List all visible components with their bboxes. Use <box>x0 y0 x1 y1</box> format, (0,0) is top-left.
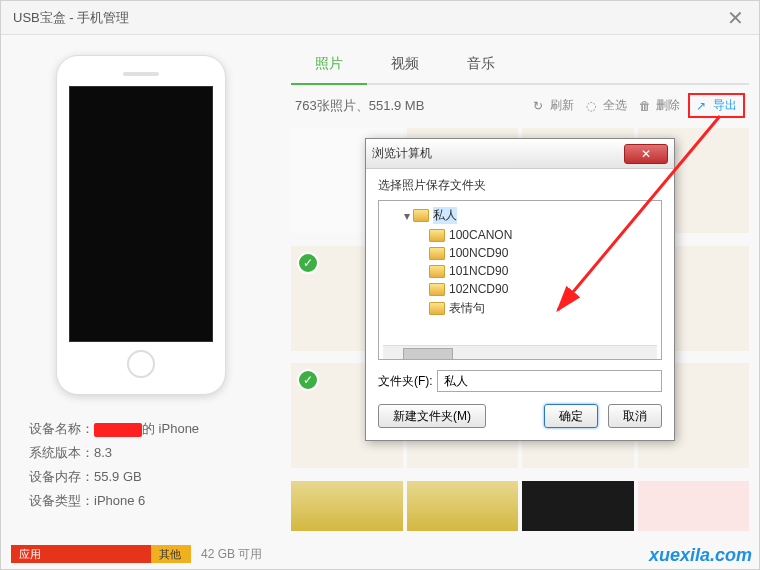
folder-tree: ▾私人 100CANON 100NCD90 101NCD90 102NCD90 … <box>378 200 662 360</box>
ok-button[interactable]: 确定 <box>544 404 598 428</box>
tree-item[interactable]: 102NCD90 <box>383 280 657 298</box>
photo-summary: 763张照片、551.9 MB <box>295 97 525 115</box>
check-icon: ✓ <box>297 252 319 274</box>
folder-icon <box>429 283 445 296</box>
trash-icon: 🗑 <box>639 99 653 113</box>
photo-thumb[interactable] <box>407 481 519 531</box>
browse-dialog: 浏览计算机 ✕ 选择照片保存文件夹 ▾私人 100CANON 100NCD90 … <box>365 138 675 441</box>
select-all-icon: ◌ <box>586 99 600 113</box>
select-all-button[interactable]: ◌全选 <box>582 95 631 116</box>
tab-music[interactable]: 音乐 <box>443 45 519 83</box>
export-icon: ↗ <box>696 99 710 113</box>
storage-app: 应用 <box>11 545 151 563</box>
tree-hscroll[interactable] <box>383 345 657 360</box>
device-name-row: 设备名称：的 iPhone <box>29 417 253 441</box>
tab-photos[interactable]: 照片 <box>291 45 367 83</box>
device-os-row: 系统版本：8.3 <box>29 441 253 465</box>
storage-free: 42 GB 可用 <box>191 546 262 563</box>
refresh-icon: ↻ <box>533 99 547 113</box>
dialog-title: 浏览计算机 <box>372 145 624 162</box>
photo-thumb[interactable] <box>638 481 750 531</box>
device-storage-row: 设备内存：55.9 GB <box>29 465 253 489</box>
watermark: xuexila.com <box>649 545 752 566</box>
photo-thumb[interactable] <box>291 481 403 531</box>
titlebar: USB宝盒 - 手机管理 ✕ <box>1 1 759 35</box>
cancel-button[interactable]: 取消 <box>608 404 662 428</box>
tree-item[interactable]: 表情句 <box>383 298 657 319</box>
tree-item[interactable]: 100CANON <box>383 226 657 244</box>
close-icon[interactable]: ✕ <box>723 6 747 30</box>
phone-image <box>56 55 226 395</box>
storage-bar: 应用 其他 42 GB 可用 <box>11 543 749 565</box>
folder-icon <box>429 302 445 315</box>
export-button[interactable]: ↗导出 <box>688 93 745 118</box>
delete-button[interactable]: 🗑删除 <box>635 95 684 116</box>
folder-icon <box>429 265 445 278</box>
redacted-name <box>94 423 142 437</box>
dialog-subtitle: 选择照片保存文件夹 <box>378 177 662 194</box>
refresh-button[interactable]: ↻刷新 <box>529 95 578 116</box>
folder-icon <box>413 209 429 222</box>
folder-icon <box>429 247 445 260</box>
window-title: USB宝盒 - 手机管理 <box>13 9 723 27</box>
device-panel: 设备名称：的 iPhone 系统版本：8.3 设备内存：55.9 GB 设备类型… <box>1 35 281 539</box>
tab-videos[interactable]: 视频 <box>367 45 443 83</box>
dialog-titlebar[interactable]: 浏览计算机 ✕ <box>366 139 674 169</box>
tree-item-root[interactable]: ▾私人 <box>383 205 657 226</box>
toolbar: 763张照片、551.9 MB ↻刷新 ◌全选 🗑删除 ↗导出 <box>291 85 749 126</box>
storage-other: 其他 <box>151 545 191 563</box>
dialog-close-button[interactable]: ✕ <box>624 144 668 164</box>
folder-input[interactable] <box>437 370 662 392</box>
folder-label: 文件夹(F): <box>378 373 433 390</box>
tree-item[interactable]: 101NCD90 <box>383 262 657 280</box>
check-icon: ✓ <box>297 369 319 391</box>
device-type-row: 设备类型：iPhone 6 <box>29 489 253 513</box>
tab-bar: 照片 视频 音乐 <box>291 45 749 85</box>
photo-thumb[interactable] <box>522 481 634 531</box>
collapse-icon[interactable]: ▾ <box>401 209 413 223</box>
tree-item[interactable]: 100NCD90 <box>383 244 657 262</box>
folder-icon <box>429 229 445 242</box>
new-folder-button[interactable]: 新建文件夹(M) <box>378 404 486 428</box>
